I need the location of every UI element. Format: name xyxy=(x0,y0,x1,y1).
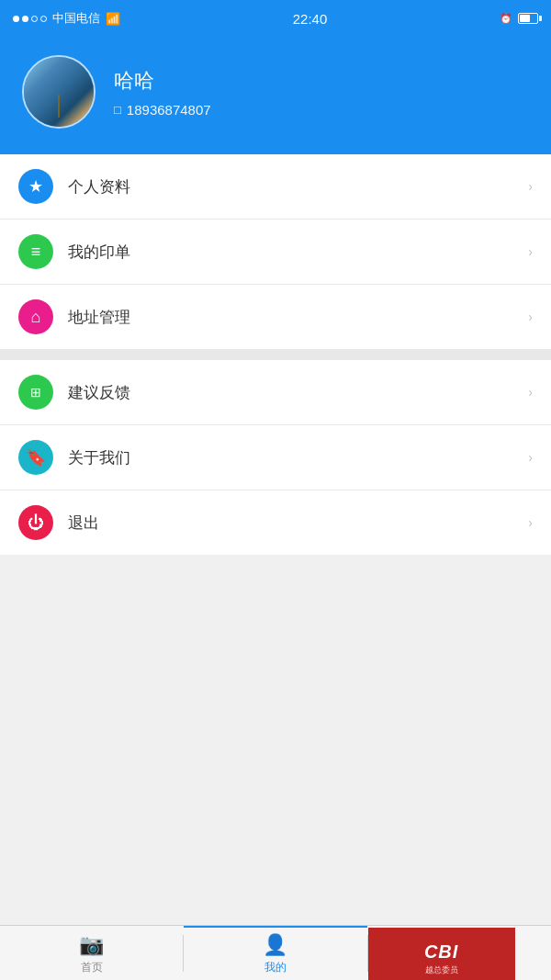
menu-item-address[interactable]: ⌂ 地址管理 › xyxy=(0,285,551,349)
menu-item-feedback[interactable]: ⊞ 建议反馈 › xyxy=(0,360,551,425)
logout-arrow: › xyxy=(528,515,533,530)
orders-label: 我的印单 xyxy=(68,242,513,263)
signal-dot-2 xyxy=(22,16,28,22)
orders-arrow: › xyxy=(528,244,533,259)
cbi-area: CBI 越总委员 xyxy=(368,928,515,980)
section-gap xyxy=(0,349,551,360)
menu-item-about[interactable]: 🔖 关于我们 › xyxy=(0,425,551,490)
tab-bar: 📷 首页 👤 我的 CBI 越总委员 xyxy=(0,925,551,980)
menu-group-1: ★ 个人资料 › ≡ 我的印单 › ⌂ 地址管理 › xyxy=(0,154,551,349)
alarm-icon: ⏰ xyxy=(500,13,512,25)
about-icon: 🔖 xyxy=(18,440,53,475)
avatar xyxy=(22,55,96,129)
menu-item-personal[interactable]: ★ 个人资料 › xyxy=(0,154,551,220)
signal-dot-4 xyxy=(40,16,47,22)
profile-header: 哈哈 □ 18936874807 xyxy=(0,37,551,154)
feedback-label: 建议反馈 xyxy=(68,382,513,403)
personal-arrow: › xyxy=(528,179,533,194)
logout-icon: ⏻ xyxy=(18,505,53,540)
address-label: 地址管理 xyxy=(68,307,513,328)
profile-phone: □ 18936874807 xyxy=(114,102,211,118)
profile-name: 哈哈 xyxy=(114,67,211,95)
status-left: 中国电信 📶 xyxy=(13,10,120,27)
tab-home[interactable]: 📷 首页 xyxy=(0,926,183,980)
menu-group-2: ⊞ 建议反馈 › 🔖 关于我们 › ⏻ 退出 › xyxy=(0,360,551,555)
status-bar: 中国电信 📶 22:40 ⏰ xyxy=(0,0,551,37)
phone-number: 18936874807 xyxy=(127,102,211,118)
home-tab-icon: 📷 xyxy=(79,933,104,957)
signal-dot-1 xyxy=(13,16,19,22)
about-arrow: › xyxy=(528,450,533,465)
feedback-arrow: › xyxy=(528,385,533,400)
wifi-icon: 📶 xyxy=(106,12,120,26)
orders-icon: ≡ xyxy=(18,234,53,269)
address-icon: ⌂ xyxy=(18,299,53,334)
logout-label: 退出 xyxy=(68,513,513,534)
carrier-label: 中国电信 xyxy=(52,10,100,27)
status-right: ⏰ xyxy=(500,13,538,25)
personal-icon: ★ xyxy=(18,169,53,204)
battery-icon xyxy=(518,13,538,24)
feedback-icon: ⊞ xyxy=(18,375,53,410)
status-time: 22:40 xyxy=(293,11,328,27)
phone-icon: □ xyxy=(114,103,121,117)
about-label: 关于我们 xyxy=(68,447,513,468)
mine-tab-label: 我的 xyxy=(264,960,287,975)
battery-fill xyxy=(520,15,530,22)
mine-tab-icon: 👤 xyxy=(263,933,287,957)
profile-info: 哈哈 □ 18936874807 xyxy=(114,67,211,118)
menu-item-logout[interactable]: ⏻ 退出 › xyxy=(0,490,551,555)
cbi-text: CBI xyxy=(424,941,458,963)
avatar-image xyxy=(24,57,94,127)
personal-label: 个人资料 xyxy=(68,176,513,197)
tab-consult[interactable]: CBI 越总委员 xyxy=(368,926,551,980)
menu-item-orders[interactable]: ≡ 我的印单 › xyxy=(0,220,551,285)
home-tab-label: 首页 xyxy=(81,960,103,975)
address-arrow: › xyxy=(528,310,533,324)
signal-dots xyxy=(13,16,47,22)
signal-dot-3 xyxy=(31,16,38,22)
tab-mine[interactable]: 👤 我的 xyxy=(184,926,366,980)
cbi-subtext: 越总委员 xyxy=(425,964,458,976)
